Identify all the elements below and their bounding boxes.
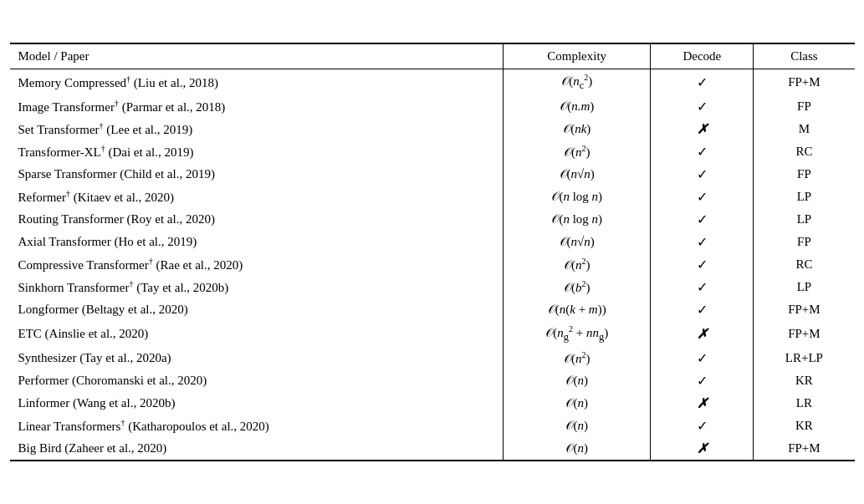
table-container: Model / Paper Complexity Decode Class Me… [10, 43, 855, 461]
cell-decode: ✓ [651, 69, 754, 96]
check-icon: ✓ [697, 99, 708, 114]
cell-class: LR [754, 392, 855, 415]
cell-decode: ✓ [651, 140, 754, 163]
table-row: Longformer (Beltagy et al., 2020)𝒪(n(k +… [10, 298, 855, 321]
cell-class: FP+M [754, 298, 855, 321]
comparison-table: Model / Paper Complexity Decode Class Me… [10, 43, 855, 461]
table-row: Axial Transformer (Ho et al., 2019)𝒪(n√n… [10, 231, 855, 253]
cross-icon: ✗ [697, 396, 708, 410]
table-row: Linear Transformers† (Katharopoulos et a… [10, 415, 855, 437]
cell-complexity: 𝒪(n√n) [503, 163, 650, 186]
cell-model: Performer (Choromanski et al., 2020) [10, 369, 504, 392]
col-header-decode: Decode [651, 43, 754, 69]
cell-model: Axial Transformer (Ho et al., 2019) [10, 231, 504, 253]
cell-complexity: 𝒪(n2) [503, 140, 650, 163]
cell-complexity: 𝒪(n log n) [503, 208, 650, 231]
cell-class: LP [754, 276, 855, 298]
check-icon: ✓ [697, 351, 708, 365]
col-header-complexity: Complexity [503, 43, 650, 69]
cell-class: RC [754, 140, 855, 163]
cell-class: FP+M [754, 437, 855, 461]
cell-class: KR [754, 415, 855, 437]
check-icon: ✓ [697, 419, 708, 433]
table-row: Set Transformer† (Lee et al., 2019)𝒪(nk)… [10, 118, 855, 140]
cell-decode: ✗ [651, 118, 754, 140]
check-icon: ✓ [697, 235, 708, 249]
cell-model: Synthesizer (Tay et al., 2020a) [10, 347, 504, 369]
cross-icon: ✗ [697, 122, 708, 136]
cell-complexity: 𝒪(n log n) [503, 186, 650, 208]
check-icon: ✓ [697, 167, 708, 181]
cell-class: RC [754, 253, 855, 276]
cell-model: Routing Transformer (Roy et al., 2020) [10, 208, 504, 231]
check-icon: ✓ [697, 280, 708, 294]
table-row: Sparse Transformer (Child et al., 2019)𝒪… [10, 163, 855, 186]
cell-complexity: 𝒪(n√n) [503, 231, 650, 253]
cell-model: Set Transformer† (Lee et al., 2019) [10, 118, 504, 140]
table-row: Transformer-XL† (Dai et al., 2019)𝒪(n2)✓… [10, 140, 855, 163]
table-row: Linformer (Wang et al., 2020b)𝒪(n)✗LR [10, 392, 855, 415]
cell-complexity: 𝒪(n) [503, 437, 650, 461]
cell-complexity: 𝒪(nk) [503, 118, 650, 140]
cell-model: Linear Transformers† (Katharopoulos et a… [10, 415, 504, 437]
cell-model: Image Transformer† (Parmar et al., 2018) [10, 95, 504, 118]
cell-decode: ✗ [651, 392, 754, 415]
table-row: Performer (Choromanski et al., 2020)𝒪(n)… [10, 369, 855, 392]
header-row: Model / Paper Complexity Decode Class [10, 43, 855, 69]
cell-class: LP [754, 186, 855, 208]
table-row: Big Bird (Zaheer et al., 2020)𝒪(n)✗FP+M [10, 437, 855, 461]
cell-decode: ✓ [651, 415, 754, 437]
cell-class: LP [754, 208, 855, 231]
cell-model: Linformer (Wang et al., 2020b) [10, 392, 504, 415]
cell-model: ETC (Ainslie et al., 2020) [10, 321, 504, 347]
cell-complexity: 𝒪(n2) [503, 253, 650, 276]
cell-decode: ✓ [651, 298, 754, 321]
cell-complexity: 𝒪(n) [503, 369, 650, 392]
cell-decode: ✓ [651, 276, 754, 298]
cell-class: LR+LP [754, 347, 855, 369]
cell-complexity: 𝒪(nc2) [503, 69, 650, 96]
check-icon: ✓ [697, 374, 708, 388]
check-icon: ✓ [697, 190, 708, 204]
table-row: ETC (Ainslie et al., 2020)𝒪(ng2 + nng)✗F… [10, 321, 855, 347]
check-icon: ✓ [697, 212, 708, 227]
cell-model: Sparse Transformer (Child et al., 2019) [10, 163, 504, 186]
cell-model: Big Bird (Zaheer et al., 2020) [10, 437, 504, 461]
cell-decode: ✓ [651, 163, 754, 186]
cell-model: Sinkhorn Transformer† (Tay et al., 2020b… [10, 276, 504, 298]
table-row: Routing Transformer (Roy et al., 2020)𝒪(… [10, 208, 855, 231]
cell-class: FP [754, 163, 855, 186]
cell-class: FP [754, 95, 855, 118]
cell-class: FP+M [754, 69, 855, 96]
cell-model: Transformer-XL† (Dai et al., 2019) [10, 140, 504, 163]
cell-model: Longformer (Beltagy et al., 2020) [10, 298, 504, 321]
cell-class: KR [754, 369, 855, 392]
table-row: Compressive Transformer† (Rae et al., 20… [10, 253, 855, 276]
cross-icon: ✗ [697, 327, 708, 341]
cell-class: FP+M [754, 321, 855, 347]
cell-decode: ✓ [651, 253, 754, 276]
cell-decode: ✓ [651, 369, 754, 392]
col-header-model: Model / Paper [10, 43, 504, 69]
cell-decode: ✓ [651, 95, 754, 118]
check-icon: ✓ [697, 145, 708, 159]
table-row: Memory Compressed† (Liu et al., 2018)𝒪(n… [10, 69, 855, 96]
cell-decode: ✗ [651, 321, 754, 347]
check-icon: ✓ [697, 303, 708, 317]
cell-complexity: 𝒪(n) [503, 415, 650, 437]
cell-class: M [754, 118, 855, 140]
table-row: Reformer† (Kitaev et al., 2020)𝒪(n log n… [10, 186, 855, 208]
cell-model: Memory Compressed† (Liu et al., 2018) [10, 69, 504, 96]
cell-decode: ✗ [651, 437, 754, 461]
cell-complexity: 𝒪(b2) [503, 276, 650, 298]
cross-icon: ✗ [697, 441, 708, 456]
cell-model: Compressive Transformer† (Rae et al., 20… [10, 253, 504, 276]
cell-complexity: 𝒪(n(k + m)) [503, 298, 650, 321]
check-icon: ✓ [697, 75, 708, 89]
cell-decode: ✓ [651, 186, 754, 208]
cell-complexity: 𝒪(ng2 + nng) [503, 321, 650, 347]
cell-complexity: 𝒪(n) [503, 392, 650, 415]
table-row: Image Transformer† (Parmar et al., 2018)… [10, 95, 855, 118]
cell-complexity: 𝒪(n2) [503, 347, 650, 369]
cell-complexity: 𝒪(n.m) [503, 95, 650, 118]
